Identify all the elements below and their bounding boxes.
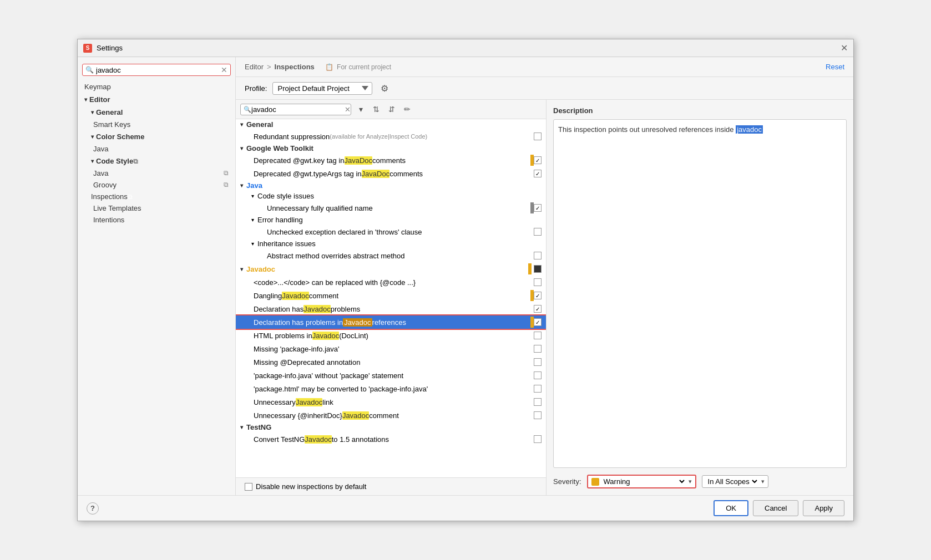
code-style-label: Code Style (96, 157, 133, 165)
tree-section-java[interactable]: ▾ Java (236, 180, 546, 191)
tree-item-code-replace[interactable]: <code>...</code> can be replaced with {@… (236, 276, 546, 289)
html-problems-check[interactable] (534, 332, 542, 339)
javadoc-check[interactable] (534, 265, 542, 273)
sidebar-section-code-style[interactable]: ▾ Code Style ⧉ (78, 155, 235, 167)
code-replace-check[interactable] (534, 278, 542, 286)
filter-icon[interactable]: ▾ (355, 103, 367, 115)
tree-section-code-style-issues[interactable]: ▾ Code style issues (236, 191, 546, 201)
inheritance-label: Inheritance issues (257, 240, 316, 248)
profile-select-wrap[interactable]: Project Default Project (272, 82, 372, 95)
unnecessary-inherit-highlight: Javadoc (342, 411, 369, 420)
severity-dropdown[interactable]: Warning Error Weak Warning Server Proble… (601, 477, 686, 486)
sidebar-item-code-java[interactable]: Java ⧉ (78, 167, 235, 179)
tree-section-inheritance[interactable]: ▾ Inheritance issues (236, 238, 546, 249)
tree-item-pkg-convert[interactable]: 'package.html' may be converted to 'pack… (236, 382, 546, 395)
tree-item-missing-package-info[interactable]: Missing 'package-info.java' (236, 342, 546, 355)
apply-button[interactable]: Apply (803, 500, 844, 516)
inspect-search-input[interactable] (251, 105, 345, 114)
sidebar-item-inspections[interactable]: Inspections ⧉ (78, 191, 235, 202)
groovy-copy-icon: ⧉ (224, 181, 229, 189)
scope-chevron-icon: ▾ (761, 478, 765, 485)
tree-section-javadoc[interactable]: ▾ Javadoc (236, 262, 546, 276)
unnecessary-inherit-check[interactable] (534, 411, 542, 419)
tree-area: ▾ General Redundant suppression (availab… (236, 119, 546, 477)
ok-button[interactable]: OK (714, 500, 748, 516)
unnecessary-link-check[interactable] (534, 398, 542, 406)
severity-dot-icon (591, 478, 599, 486)
gear-icon[interactable]: ⚙ (378, 82, 391, 95)
tree-item-unchecked[interactable]: Unchecked exception declared in 'throws'… (236, 225, 546, 238)
close-button[interactable]: ✕ (841, 43, 848, 53)
tree-item-testng-convert[interactable]: Convert TestNG Javadoc to 1.5 annotation… (236, 432, 546, 446)
tree-item-dangling[interactable]: Dangling Javadoc comment (236, 289, 546, 302)
disable-checkbox[interactable] (245, 483, 252, 491)
tree-item-html-problems[interactable]: HTML problems in Javadoc (DocLint) (236, 329, 546, 342)
decl-ref-check[interactable] (534, 318, 542, 326)
tree-section-gwt[interactable]: ▾ Google Web Toolkit (236, 143, 546, 154)
pkg-without-check[interactable] (534, 371, 542, 379)
disable-check-wrap[interactable]: Disable new inspections by default (245, 482, 366, 491)
scope-select-wrap[interactable]: In All Scopes In Tests Only ▾ (702, 475, 768, 488)
sidebar-item-keymap[interactable]: Keymap (78, 80, 235, 93)
sidebar-item-live-templates[interactable]: Live Templates (78, 202, 235, 214)
redundant-check[interactable] (534, 133, 542, 140)
tree-item-unnecessary-link[interactable]: Unnecessary Javadoc link (236, 395, 546, 409)
sidebar-item-groovy[interactable]: Groovy ⧉ (78, 179, 235, 191)
inspect-search-clear[interactable]: ✕ (345, 105, 351, 114)
tree-item-gwt-key[interactable]: Deprecated @gwt.key tag in JavaDoc comme… (236, 154, 546, 167)
tree-item-redundant[interactable]: Redundant suppression (available for Ana… (236, 130, 546, 143)
tree-section-error-handling[interactable]: ▾ Error handling (236, 215, 546, 225)
decl-problems-check[interactable] (534, 305, 542, 313)
profile-dropdown[interactable]: Project Default Project (272, 82, 372, 95)
unnecessary-inherit-post: comment (369, 411, 398, 420)
missing-pkg-check[interactable] (534, 345, 542, 353)
sidebar-item-intentions[interactable]: Intentions (78, 214, 235, 226)
abstract-check[interactable] (534, 252, 542, 259)
sidebar-search-input[interactable] (96, 66, 221, 74)
sidebar-section-color-scheme[interactable]: ▾ Color Scheme (78, 130, 235, 143)
reset-button[interactable]: Reset (826, 63, 844, 71)
cancel-button[interactable]: Cancel (753, 500, 798, 516)
sidebar-item-smart-keys[interactable]: Smart Keys (78, 119, 235, 130)
main-content: 🔍 ✕ Keymap ▾ Editor ▾ General Smart Keys… (78, 57, 853, 495)
severity-label: Severity: (553, 477, 581, 486)
tree-item-decl-problems[interactable]: Declaration has Javadoc problems (236, 302, 546, 315)
collapse-all-icon[interactable]: ⇵ (386, 103, 398, 115)
tree-item-unnecessary-inherit[interactable]: Unnecessary {@inheritDoc} Javadoc commen… (236, 409, 546, 422)
tree-item-missing-deprecated[interactable]: Missing @Deprecated annotation (236, 355, 546, 369)
decl-problems-pre: Declaration has (254, 305, 303, 313)
main-panel: Editor > Inspections 📋 For current proje… (236, 57, 853, 495)
scope-dropdown[interactable]: In All Scopes In Tests Only (706, 477, 759, 486)
severity-select-wrap[interactable]: Warning Error Weak Warning Server Proble… (587, 475, 696, 488)
help-button[interactable]: ? (87, 502, 99, 515)
sidebar-search-clear[interactable]: ✕ (221, 65, 227, 74)
breadcrumb-editor: Editor (245, 63, 264, 71)
tree-item-pkg-without[interactable]: 'package-info.java' without 'package' st… (236, 369, 546, 382)
unchecked-check[interactable] (534, 228, 542, 236)
unqualified-check[interactable] (534, 204, 542, 212)
missing-dep-check[interactable] (534, 358, 542, 366)
tree-item-unqualified[interactable]: Unnecessary fully qualified name (236, 201, 546, 215)
dangling-check[interactable] (534, 292, 542, 299)
tree-item-decl-ref[interactable]: Declaration has problems in Javadoc refe… (236, 315, 546, 329)
sidebar-search-box[interactable]: 🔍 ✕ (82, 64, 231, 76)
tree-item-gwt-typeargs[interactable]: Deprecated @gwt.typeArgs tag in JavaDoc … (236, 167, 546, 180)
expand-all-icon[interactable]: ⇅ (370, 103, 382, 115)
gwt-key-check[interactable] (534, 156, 542, 164)
tree-section-general[interactable]: ▾ General (236, 119, 546, 130)
inspect-left: 🔍 ✕ ▾ ⇅ ⇵ ✏ ▾ General (236, 100, 547, 495)
tree-item-abstract[interactable]: Abstract method overrides abstract metho… (236, 249, 546, 262)
gwt-typeargs-check[interactable] (534, 170, 542, 177)
missing-pkg-label: Missing 'package-info.java' (254, 345, 340, 353)
sidebar-section-editor[interactable]: ▾ Editor (78, 93, 235, 106)
tree-section-testng[interactable]: ▾ TestNG (236, 422, 546, 432)
inspect-toolbar: 🔍 ✕ ▾ ⇅ ⇵ ✏ (236, 100, 546, 119)
inspect-search-box[interactable]: 🔍 ✕ (240, 104, 351, 115)
pkg-convert-check[interactable] (534, 385, 542, 393)
testng-convert-check[interactable] (534, 435, 542, 443)
unnecessary-link-post: link (322, 398, 333, 406)
sidebar-section-general[interactable]: ▾ General (78, 106, 235, 119)
sidebar-item-color-java[interactable]: Java (78, 143, 235, 155)
edit-icon[interactable]: ✏ (401, 103, 413, 115)
testng-label: TestNG (246, 423, 271, 431)
